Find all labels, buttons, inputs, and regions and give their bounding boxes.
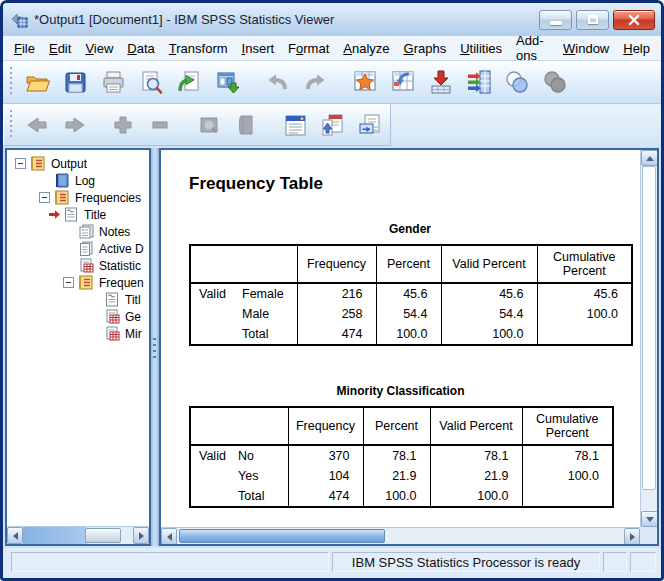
promote-button[interactable]: [105, 107, 142, 143]
menu-transform[interactable]: Transform: [162, 38, 235, 59]
menu-utilities[interactable]: Utilities: [453, 38, 509, 59]
scroll-track[interactable]: [641, 166, 657, 511]
cell-value: 100.0: [522, 466, 613, 486]
scroll-left-button[interactable]: [7, 527, 23, 544]
toolbar-primary: [3, 61, 661, 104]
table-header-row: Frequency Percent Valid Percent Cumulati…: [190, 407, 613, 445]
open-file-button[interactable]: [18, 64, 56, 100]
tree-item-title[interactable]: Title: [7, 206, 149, 223]
designate-window-button[interactable]: [314, 107, 351, 143]
cell-value: 45.6: [441, 283, 537, 304]
demote-button[interactable]: [142, 107, 179, 143]
menu-format[interactable]: Format: [281, 38, 336, 59]
designate-window-icon: [319, 112, 346, 139]
back-button[interactable]: [19, 107, 56, 143]
tree-item-notes[interactable]: Notes: [7, 223, 149, 240]
insert-text-button[interactable]: [351, 107, 388, 143]
scroll-thumb[interactable]: [179, 529, 385, 543]
tree-item-statistics[interactable]: Statistic: [7, 257, 149, 274]
statistics-table-icon: [104, 326, 120, 341]
output-canvas[interactable]: Frequency Table Gender Frequency Percent…: [161, 150, 640, 527]
titlebar[interactable]: *Output1 [Document1] - IBM SPSS Statisti…: [3, 3, 661, 36]
minimize-icon: [550, 21, 562, 25]
table-header-row: Frequency Percent Valid Percent Cumulati…: [190, 245, 632, 283]
scroll-right-button[interactable]: [133, 527, 149, 544]
column-header: Frequency: [288, 407, 363, 445]
forward-button[interactable]: [56, 107, 93, 143]
scroll-down-button[interactable]: [641, 511, 658, 527]
print-button[interactable]: [94, 64, 132, 100]
status-message-area: [11, 552, 329, 572]
table-title: Gender: [189, 222, 631, 236]
row-label: [190, 304, 240, 324]
tree-item-minority[interactable]: Mir: [7, 325, 149, 342]
menu-insert[interactable]: Insert: [235, 38, 282, 59]
redo-icon: [302, 69, 329, 96]
menu-help[interactable]: Help: [616, 38, 657, 59]
scroll-up-button[interactable]: [641, 150, 658, 166]
outline-horizontal-scrollbar[interactable]: [7, 526, 149, 544]
scroll-thumb[interactable]: [642, 166, 656, 490]
scroll-track[interactable]: [23, 527, 133, 544]
gender-table-block[interactable]: Gender Frequency Percent Valid Percent C…: [189, 222, 631, 346]
gender-frequency-table[interactable]: Frequency Percent Valid Percent Cumulati…: [189, 244, 633, 346]
collapse-icon[interactable]: [63, 277, 74, 288]
status-cell-2: [630, 552, 656, 572]
tree-item-frequencies[interactable]: Frequencies: [7, 189, 149, 206]
maximize-button[interactable]: [576, 10, 609, 30]
back-arrow-icon: [24, 112, 50, 138]
collapse-icon[interactable]: [39, 192, 50, 203]
goto-case-icon: [389, 68, 417, 96]
minimize-button[interactable]: [539, 10, 572, 30]
scroll-thumb[interactable]: [85, 528, 121, 543]
redo-button[interactable]: [296, 64, 334, 100]
menu-edit[interactable]: Edit: [42, 38, 78, 59]
variables-button[interactable]: [422, 64, 460, 100]
menu-data[interactable]: Data: [120, 38, 161, 59]
menu-file[interactable]: File: [7, 38, 42, 59]
menu-view[interactable]: View: [78, 38, 120, 59]
undo-button[interactable]: [258, 64, 296, 100]
split-file-button[interactable]: [536, 64, 574, 100]
menu-graphs[interactable]: Graphs: [397, 38, 454, 59]
pane-splitter[interactable]: [151, 148, 159, 546]
scroll-track[interactable]: [177, 528, 624, 544]
column-header: Cumulative Percent: [522, 407, 613, 445]
minority-table-block[interactable]: Minority Classification Frequency Percen…: [189, 384, 612, 508]
recall-dialog-button[interactable]: [170, 64, 208, 100]
goto-data-button[interactable]: [346, 64, 384, 100]
row-label: Total: [236, 486, 288, 507]
toolbar-gripper[interactable]: [9, 110, 14, 140]
content-horizontal-scrollbar[interactable]: [161, 527, 640, 544]
scroll-right-button[interactable]: [624, 528, 640, 545]
tree-item-title-sub[interactable]: Titl: [7, 291, 149, 308]
select-last-output-button[interactable]: [277, 107, 314, 143]
forward-arrow-icon: [62, 112, 88, 138]
scroll-left-button[interactable]: [161, 528, 177, 545]
tree-item-log[interactable]: Log: [7, 172, 149, 189]
show-icon: [196, 112, 222, 138]
select-cases-button[interactable]: [498, 64, 536, 100]
save-icon: [62, 69, 89, 96]
collapse-icon[interactable]: [15, 158, 26, 169]
goto-case-button[interactable]: [384, 64, 422, 100]
tree-item-gender[interactable]: Ge: [7, 308, 149, 325]
save-button[interactable]: [56, 64, 94, 100]
minority-frequency-table[interactable]: Frequency Percent Valid Percent Cumulati…: [189, 406, 614, 508]
menu-analyze[interactable]: Analyze: [336, 38, 396, 59]
table-row: Valid No 370 78.1 78.1 78.1: [190, 445, 613, 466]
hide-output-button[interactable]: [228, 107, 265, 143]
content-vertical-scrollbar[interactable]: [640, 150, 657, 527]
toolbar-gripper[interactable]: [8, 67, 13, 97]
show-output-button[interactable]: [191, 107, 228, 143]
tree-item-active-dataset[interactable]: Active D: [7, 240, 149, 257]
tree-item-frequencies-sub[interactable]: Frequen: [7, 274, 149, 291]
tree-item-output[interactable]: Output: [7, 155, 149, 172]
print-preview-button[interactable]: [132, 64, 170, 100]
export-output-button[interactable]: [208, 64, 246, 100]
close-button[interactable]: [613, 10, 655, 30]
menu-window[interactable]: Window: [556, 38, 616, 59]
row-label: Valid: [190, 283, 240, 304]
variable-info-button[interactable]: [460, 64, 498, 100]
table-row: Yes 104 21.9 21.9 100.0: [190, 466, 613, 486]
